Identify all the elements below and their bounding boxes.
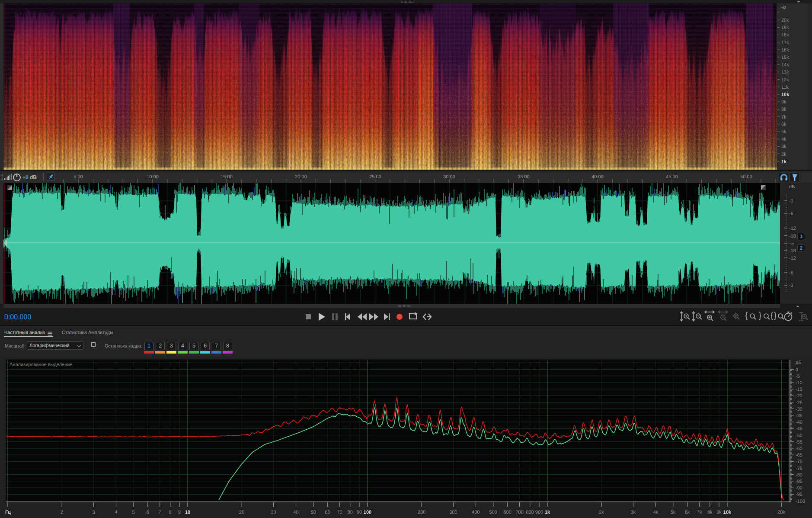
svg-text:-60: -60 [796, 446, 802, 451]
svg-text:11k: 11k [781, 85, 789, 90]
svg-text:1k: 1k [545, 510, 550, 515]
svg-text:Гц: Гц [5, 510, 11, 515]
svg-text:3: 3 [92, 510, 95, 515]
svg-text:-3: -3 [789, 199, 793, 204]
svg-text:20k: 20k [781, 18, 789, 23]
svg-text:10: 10 [185, 510, 190, 515]
svg-text:100: 100 [364, 510, 371, 515]
svg-text:8: 8 [169, 510, 172, 515]
svg-text:13k: 13k [781, 70, 789, 75]
svg-text:-90: -90 [796, 486, 802, 491]
svg-text:3k: 3k [781, 144, 786, 149]
svg-text:9k: 9k [781, 100, 786, 105]
svg-text:40: 40 [293, 510, 298, 515]
svg-text:7: 7 [159, 510, 161, 515]
svg-text:80: 80 [348, 510, 353, 515]
svg-text:35:00: 35:00 [518, 174, 530, 180]
svg-text:-35: -35 [796, 413, 802, 418]
svg-text:-20: -20 [796, 393, 802, 399]
svg-text:15k: 15k [781, 55, 789, 60]
svg-text:6k: 6k [781, 122, 786, 127]
svg-text:2: 2 [61, 510, 63, 515]
svg-text:7k: 7k [781, 115, 786, 120]
svg-text:500: 500 [489, 510, 497, 515]
svg-text:30: 30 [271, 510, 276, 515]
svg-text:0: 0 [796, 367, 798, 373]
svg-text:dB: dB [789, 184, 795, 190]
svg-text:20: 20 [239, 510, 244, 515]
svg-text:2k: 2k [599, 510, 604, 515]
svg-text:-50: -50 [796, 433, 802, 438]
svg-text:10k: 10k [723, 510, 732, 515]
svg-text:20k: 20k [777, 510, 785, 515]
svg-text:45:00: 45:00 [666, 174, 678, 180]
svg-text:30:00: 30:00 [443, 174, 455, 180]
svg-text:50: 50 [311, 510, 316, 515]
svg-text:3k: 3k [631, 510, 636, 515]
svg-text:4: 4 [115, 510, 117, 515]
svg-text:-18: -18 [789, 234, 796, 239]
svg-text:10k: 10k [781, 92, 790, 97]
svg-text:дБ: дБ [796, 360, 802, 365]
svg-text:-95: -95 [796, 492, 802, 497]
svg-text:-18: -18 [789, 248, 796, 254]
svg-text:-30: -30 [796, 407, 802, 412]
svg-text:19k: 19k [781, 25, 789, 30]
svg-text:4k: 4k [653, 510, 659, 515]
svg-text:600: 600 [504, 510, 511, 515]
svg-text:2k: 2k [781, 152, 786, 157]
svg-text:15:00: 15:00 [221, 174, 233, 180]
svg-text:-15: -15 [796, 387, 802, 392]
svg-text:-12: -12 [789, 256, 796, 261]
svg-text:-65: -65 [796, 453, 802, 458]
svg-text:4k: 4k [781, 137, 786, 142]
svg-text:70: 70 [337, 510, 342, 515]
svg-text:50:00: 50:00 [740, 174, 752, 180]
svg-text:90: 90 [357, 510, 362, 515]
svg-text:-25: -25 [796, 400, 802, 405]
svg-text:7k: 7k [697, 510, 702, 515]
svg-text:-10: -10 [796, 380, 802, 386]
svg-text:5k: 5k [671, 510, 676, 515]
svg-text:-3: -3 [789, 283, 793, 288]
svg-text:-∞: -∞ [789, 241, 794, 246]
svg-text:60: 60 [325, 510, 330, 515]
svg-text:-85: -85 [796, 479, 802, 484]
svg-text:8k: 8k [781, 107, 786, 112]
svg-text:400: 400 [472, 510, 480, 515]
svg-text:40:00: 40:00 [591, 174, 604, 180]
svg-text:-12: -12 [789, 226, 796, 231]
svg-text:200: 200 [418, 510, 425, 515]
svg-text:9k: 9k [716, 510, 722, 515]
svg-text:14k: 14k [781, 62, 789, 68]
svg-text:17k: 17k [781, 40, 789, 45]
svg-text:9: 9 [178, 510, 181, 515]
svg-text:300: 300 [449, 510, 457, 515]
svg-text:10:00: 10:00 [147, 174, 159, 180]
svg-text:-45: -45 [796, 426, 802, 431]
svg-text:6: 6 [147, 510, 149, 515]
svg-text:-55: -55 [796, 440, 802, 445]
svg-text:-5: -5 [796, 374, 800, 379]
svg-text:6k: 6k [685, 510, 690, 515]
svg-text:-6: -6 [789, 211, 793, 216]
svg-text:800: 800 [526, 510, 534, 515]
svg-text:700: 700 [515, 510, 523, 515]
svg-text:5:00: 5:00 [74, 174, 83, 180]
svg-text:12k: 12k [781, 77, 789, 83]
svg-text:1k: 1k [781, 159, 787, 164]
svg-text:8k: 8k [707, 510, 713, 515]
svg-text:900: 900 [535, 510, 543, 515]
svg-text:25:00: 25:00 [369, 174, 381, 180]
svg-text:16k: 16k [781, 48, 789, 53]
svg-text:-40: -40 [796, 420, 802, 425]
svg-text:-100: -100 [796, 499, 805, 504]
svg-text:-70: -70 [796, 459, 802, 464]
svg-text:5: 5 [132, 510, 135, 515]
svg-text:-80: -80 [796, 473, 802, 478]
svg-text:18k: 18k [781, 32, 789, 38]
svg-text:-75: -75 [796, 466, 802, 471]
svg-text:5k: 5k [781, 129, 786, 135]
svg-text:-6: -6 [789, 270, 793, 276]
svg-text:20:00: 20:00 [295, 174, 307, 180]
